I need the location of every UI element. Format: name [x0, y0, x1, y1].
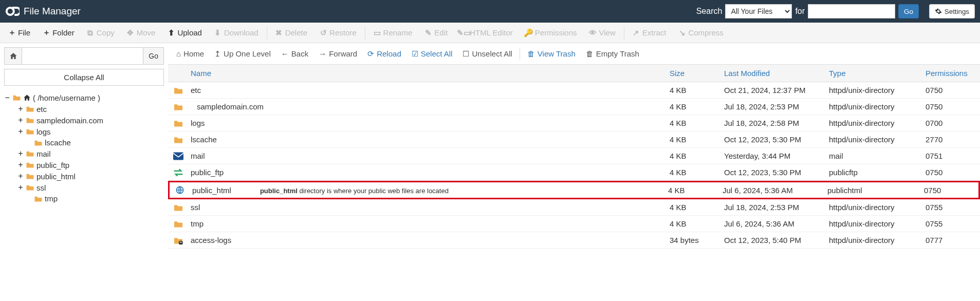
row-size: 4 KB	[670, 102, 724, 111]
tree-item[interactable]: lscache	[4, 137, 164, 148]
expander-icon[interactable]: +	[17, 183, 24, 192]
uncheck-icon: ☐	[463, 49, 469, 59]
row-size: 4 KB	[670, 86, 724, 95]
table-row[interactable]: access-logs34 bytesOct 12, 2023, 5:40 PM…	[168, 232, 980, 249]
col-type[interactable]: Type	[829, 69, 926, 78]
search-scope-select[interactable]: All Your Files	[725, 4, 792, 18]
nav-toolbar: ⌂Home↥Up One Level←Back→Forward⟳Reload☑S…	[168, 43, 980, 65]
nav-selectall-button[interactable]: ☑Select All	[406, 43, 458, 64]
row-modified: Jul 18, 2024, 2:58 PM	[724, 119, 829, 127]
table-row[interactable]: tmp4 KBJul 6, 2024, 5:36 AMhttpd/unix-di…	[168, 216, 980, 232]
row-name: logs	[191, 119, 205, 127]
table-row[interactable]: etc4 KBOct 21, 2024, 12:37 PMhttpd/unix-…	[168, 82, 980, 99]
row-type: httpd/unix-directory	[829, 236, 926, 244]
nav-forward-button[interactable]: →Forward	[313, 43, 362, 64]
row-size: 4 KB	[670, 135, 724, 144]
tree-item[interactable]: tmp	[4, 193, 164, 204]
collapse-all-button[interactable]: Collapse All	[4, 69, 164, 86]
table-row[interactable]: lscache4 KBOct 12, 2023, 5:30 PMhttpd/un…	[168, 131, 980, 148]
row-modified: Oct 21, 2024, 12:37 PM	[724, 86, 829, 95]
expander-icon[interactable]: +	[17, 116, 24, 125]
row-modified: Oct 12, 2023, 5:40 PM	[724, 236, 829, 244]
compress-icon: ↘	[678, 28, 686, 37]
row-type: publicftp	[829, 168, 926, 177]
folder-icon	[173, 203, 183, 212]
row-permissions: 0750	[926, 102, 980, 111]
col-modified[interactable]: Last Modified	[724, 69, 829, 78]
tree-item[interactable]: +mail	[4, 148, 164, 159]
row-permissions: 2770	[926, 135, 980, 144]
tree-item[interactable]: +etc	[4, 103, 164, 115]
tree-item[interactable]: +public_ftp	[4, 159, 164, 171]
perm-icon: 🔑	[525, 28, 532, 37]
row-name: public_ftp	[191, 168, 224, 177]
row-type: httpd/unix-directory	[829, 219, 926, 228]
tree-item-label: public_ftp	[36, 161, 69, 170]
expander-icon[interactable]: +	[17, 160, 24, 170]
transfer-icon	[173, 168, 183, 177]
folder-icon	[173, 86, 183, 95]
content-panel: ⌂Home↥Up One Level←Back→Forward⟳Reload☑S…	[168, 43, 980, 249]
tree-item-label: logs	[36, 127, 51, 136]
row-permissions: 0750	[924, 186, 978, 195]
search-go-button[interactable]: Go	[898, 4, 919, 18]
path-home-button[interactable]	[5, 48, 22, 64]
row-modified: Jul 18, 2024, 2:53 PM	[724, 203, 829, 212]
expander-icon[interactable]: +	[17, 104, 24, 114]
nav-reload-button[interactable]: ⟳Reload	[362, 43, 406, 64]
row-size: 4 KB	[668, 186, 723, 195]
extract-icon: ↗	[633, 28, 640, 37]
tree-item[interactable]: +ssl	[4, 182, 164, 193]
path-input[interactable]	[22, 48, 143, 64]
table-row[interactable]: sampledomain.com4 KBJul 18, 2024, 2:53 P…	[168, 99, 980, 115]
folder-link-icon	[173, 236, 183, 244]
search-input[interactable]	[808, 4, 895, 18]
expander-icon[interactable]: +	[17, 149, 24, 158]
col-permissions[interactable]: Permissions	[926, 69, 980, 78]
mail-icon	[173, 152, 183, 160]
nav-up-button[interactable]: ↥Up One Level	[209, 43, 276, 64]
toolbar-restore-button: ↺Restore	[313, 23, 363, 43]
check-icon: ☑	[412, 49, 418, 59]
row-type: httpd/unix-directory	[829, 135, 926, 144]
table-row[interactable]: mail4 KBYesterday, 3:44 PMmail0751	[168, 148, 980, 164]
toolbar-htmleditor-button: ✎▭HTML Editor	[454, 23, 519, 43]
nav-emptytrash-button[interactable]: 🗑Empty Trash	[581, 43, 644, 64]
view-icon: 👁	[589, 28, 596, 37]
nav-viewtrash-button[interactable]: 🗑View Trash	[522, 43, 581, 64]
toolbar-folder-button[interactable]: ＋Folder	[36, 23, 81, 43]
col-size[interactable]: Size	[670, 69, 724, 78]
toolbar-upload-button[interactable]: ⬆Upload	[161, 23, 208, 43]
nav-unselect-button[interactable]: ☐Unselect All	[457, 43, 517, 64]
settings-button[interactable]: Settings	[929, 4, 975, 18]
folder-icon	[26, 105, 34, 112]
folder-icon	[26, 173, 34, 180]
nav-back-button[interactable]: ←Back	[276, 43, 313, 64]
table-row[interactable]: ssl4 KBJul 18, 2024, 2:53 PMhttpd/unix-d…	[168, 199, 980, 216]
tree-item[interactable]: +sampledomain.com	[4, 115, 164, 126]
row-type: httpd/unix-directory	[829, 86, 926, 95]
tree-root[interactable]: − ( /home/username )	[4, 92, 164, 103]
table-row[interactable]: logs4 KBJul 18, 2024, 2:58 PMhttpd/unix-…	[168, 115, 980, 131]
toolbar-edit-button: ✎Edit	[418, 23, 454, 43]
toolbar-rename-button: ▭Rename	[367, 23, 419, 43]
col-name[interactable]: Name	[189, 69, 670, 78]
row-size: 34 bytes	[670, 236, 724, 244]
tree-item[interactable]: +logs	[4, 126, 164, 137]
nav-home-button[interactable]: ⌂Home	[171, 43, 209, 64]
toolbar-file-button[interactable]: ＋File	[2, 23, 36, 43]
expander-icon[interactable]: +	[17, 172, 24, 181]
table-row[interactable]: public_htmlpublic_html directory is wher…	[168, 181, 980, 199]
row-size: 4 KB	[670, 219, 724, 228]
tree-item[interactable]: +public_html	[4, 171, 164, 182]
table-row[interactable]: public_ftp4 KBOct 12, 2023, 5:30 PMpubli…	[168, 164, 980, 181]
expander-icon[interactable]: +	[17, 127, 24, 136]
path-go-button[interactable]: Go	[143, 48, 163, 64]
row-name: access-logs	[191, 236, 231, 244]
row-name: tmp	[191, 219, 204, 228]
up-icon: ↥	[214, 49, 221, 59]
path-bar: Go	[4, 47, 164, 65]
home-icon: ⌂	[176, 49, 181, 58]
expander-icon[interactable]: −	[4, 93, 10, 102]
row-modified: Yesterday, 3:44 PM	[724, 152, 829, 160]
